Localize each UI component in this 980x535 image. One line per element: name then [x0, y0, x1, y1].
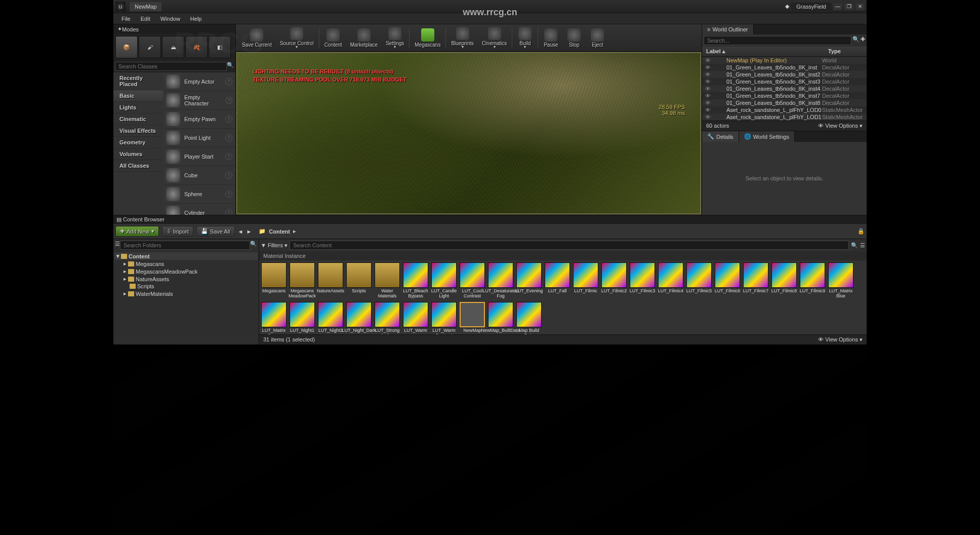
menu-window[interactable]: Window: [155, 14, 185, 23]
lock-icon[interactable]: 🔒: [858, 228, 865, 235]
place-item[interactable]: Sphere?: [163, 185, 235, 204]
add-actor-icon[interactable]: ✚: [861, 36, 865, 45]
asset-item[interactable]: LUT_Filmic2: [601, 262, 627, 299]
save-current-button[interactable]: Save Current: [238, 25, 276, 51]
asset-item[interactable]: LUT_Filmic8: [771, 262, 797, 299]
megascans-button[interactable]: Megascans: [411, 25, 444, 51]
asset-item[interactable]: Map Build Data Registry: [516, 302, 542, 334]
maximize-button[interactable]: ❐: [844, 3, 853, 10]
info-icon[interactable]: ?: [225, 153, 232, 160]
world-settings-tab[interactable]: 🌐 World Settings: [739, 131, 795, 142]
asset-item[interactable]: Scripts: [346, 262, 372, 299]
asset-item[interactable]: LUT_Night2: [318, 302, 343, 334]
search-folders-input[interactable]: [120, 241, 250, 250]
search-icon[interactable]: 🔍: [851, 242, 858, 249]
info-icon[interactable]: ?: [226, 97, 232, 104]
pause-button[interactable]: Pause: [539, 25, 562, 51]
visibility-icon[interactable]: 👁: [704, 64, 711, 70]
asset-item[interactable]: Megascans MeadowPack: [290, 262, 315, 299]
place-item[interactable]: Cylinder?: [163, 204, 235, 215]
tree-item[interactable]: Scripts: [114, 283, 258, 290]
menu-edit[interactable]: Edit: [136, 14, 155, 23]
search-classes-input[interactable]: [115, 62, 227, 71]
asset-item[interactable]: LUT_Warm Contrast: [431, 302, 457, 334]
asset-item[interactable]: LUT_Candle Light: [431, 262, 457, 299]
eject-button[interactable]: Eject: [586, 25, 609, 51]
place-item[interactable]: Empty Pawn?: [163, 110, 235, 129]
settings-icon[interactable]: ☰: [860, 242, 865, 249]
map-tab[interactable]: NewMap: [130, 2, 161, 11]
nav-back-icon[interactable]: ◄: [238, 228, 243, 235]
asset-item[interactable]: LUT_Cool Contrast: [460, 262, 485, 299]
mode-landscape-icon[interactable]: ⛰: [162, 36, 184, 58]
info-icon[interactable]: ?: [225, 78, 232, 85]
place-item[interactable]: Empty Actor?: [163, 72, 235, 91]
asset-item[interactable]: LUT_Strong Amber: [375, 302, 400, 334]
asset-item[interactable]: LUT_Warm: [403, 302, 428, 334]
asset-item[interactable]: LUT_Filmic6: [715, 262, 740, 299]
cb-view-options[interactable]: 👁 View Options ▾: [818, 336, 863, 343]
filters-button[interactable]: ▼ Filters ▾: [261, 242, 288, 249]
viewport[interactable]: LIGHTING NEEDS TO BE REBUILT (8 unbuilt …: [237, 53, 701, 214]
asset-item[interactable]: LUT_Matrix Blue: [828, 262, 853, 299]
add-new-button[interactable]: ✚ Add New ▾: [115, 226, 159, 237]
marketplace-button[interactable]: Marketplace: [346, 25, 382, 51]
asset-item[interactable]: LUT_Fall: [545, 262, 570, 299]
category-geometry[interactable]: Geometry: [113, 137, 163, 148]
tree-item[interactable]: ▸ Megascans: [114, 260, 258, 268]
mode-paint-icon[interactable]: 🖌: [139, 36, 161, 58]
outliner-row[interactable]: 👁01_Green_Leaves_tb5nodo_8K_inst2DecalAc…: [702, 71, 867, 78]
menu-help[interactable]: Help: [185, 14, 207, 23]
menu-file[interactable]: File: [116, 14, 136, 23]
outliner-row[interactable]: 👁Aset_rock_sandstone_L_plFhY_LOD1StaticM…: [702, 113, 867, 121]
outliner-row[interactable]: 👁NewMap (Play In Editor)World: [702, 57, 867, 64]
place-item[interactable]: Cube?: [163, 166, 235, 185]
outliner-view-options[interactable]: 👁 View Options ▾: [818, 123, 863, 129]
asset-item[interactable]: LUT_Filmic4: [658, 262, 683, 299]
place-item[interactable]: Empty Character?: [163, 91, 235, 110]
stop-button[interactable]: Stop: [562, 25, 586, 51]
asset-item[interactable]: Megascans: [261, 262, 287, 299]
outliner-row[interactable]: 👁01_Green_Leaves_tb5nodo_8K_inst8DecalAc…: [702, 99, 867, 106]
minimize-button[interactable]: —: [833, 3, 842, 10]
sources-toggle-icon[interactable]: ☰: [115, 241, 120, 250]
visibility-icon[interactable]: 👁: [704, 86, 711, 92]
project-name[interactable]: GrassyField: [791, 3, 831, 11]
search-icon[interactable]: 🔍: [852, 36, 860, 45]
visibility-icon[interactable]: 👁: [704, 57, 711, 63]
outliner-row[interactable]: 👁01_Green_Leaves_tb5nodo_8K_instDecalAct…: [702, 64, 867, 71]
mode-place-icon[interactable]: 📦: [115, 36, 138, 58]
path-content[interactable]: Content: [269, 228, 290, 235]
outliner-col-label[interactable]: Label ▴: [702, 47, 824, 56]
outliner-row[interactable]: 👁01_Green_Leaves_tb5nodo_8K_inst7DecalAc…: [702, 92, 867, 99]
close-button[interactable]: ✕: [855, 3, 865, 10]
nav-forward-icon[interactable]: ►: [246, 228, 252, 235]
place-item[interactable]: Player Start?: [163, 147, 235, 166]
save-all-button[interactable]: 💾 Save All: [196, 226, 235, 237]
search-content-input[interactable]: [290, 241, 849, 250]
place-item[interactable]: Point Light?: [163, 129, 235, 147]
tree-item[interactable]: ▸ WaterMaterials: [114, 290, 258, 297]
info-icon[interactable]: ?: [225, 172, 232, 179]
visibility-icon[interactable]: 👁: [704, 93, 711, 99]
cinematics-button[interactable]: Cinematics: [478, 25, 511, 51]
asset-item[interactable]: LUT_Night1: [290, 302, 315, 334]
import-button[interactable]: ⇩ Import: [162, 226, 193, 237]
asset-item[interactable]: LUT_Filmic3: [630, 262, 655, 299]
content-button[interactable]: Content: [320, 25, 346, 51]
category-basic[interactable]: Basic: [113, 90, 163, 102]
asset-item[interactable]: LUT_Filmic5: [686, 262, 712, 299]
outliner-row[interactable]: 👁Aset_rock_sandstone_L_plFhY_LOD0StaticM…: [702, 106, 867, 113]
asset-item[interactable]: LUT_Filmic: [573, 262, 598, 299]
asset-item[interactable]: LUT_Night_Dark: [346, 302, 372, 334]
asset-item[interactable]: LUT_Evening: [516, 262, 542, 299]
category-visual-effects[interactable]: Visual Effects: [113, 125, 163, 137]
details-tab[interactable]: 🔧 Details: [702, 131, 739, 142]
visibility-icon[interactable]: 👁: [704, 114, 711, 120]
info-icon[interactable]: ?: [225, 190, 232, 198]
asset-item[interactable]: Water Materials: [375, 262, 400, 299]
outliner-search-input[interactable]: [704, 36, 851, 45]
source-control-button[interactable]: Source Control: [276, 25, 318, 51]
search-icon[interactable]: 🔍: [250, 241, 257, 250]
asset-item[interactable]: LUT_Filmic7: [743, 262, 768, 299]
